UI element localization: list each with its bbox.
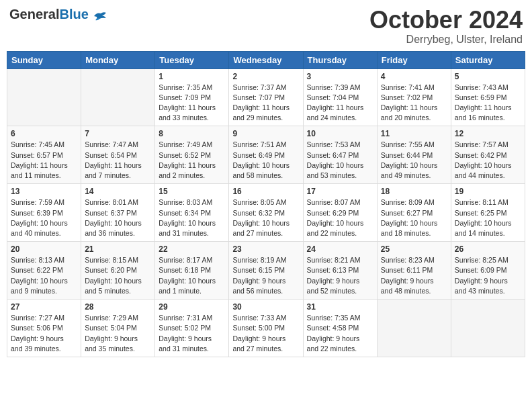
calendar-header-tuesday: Tuesday bbox=[155, 51, 229, 68]
logo-general: General bbox=[9, 7, 59, 21]
day-number: 7 bbox=[85, 129, 151, 138]
day-number: 11 bbox=[381, 129, 447, 138]
calendar-week-row: 6Sunrise: 7:45 AMSunset: 6:57 PMDaylight… bbox=[7, 126, 525, 184]
day-info: Sunrise: 8:05 AMSunset: 6:32 PMDaylight:… bbox=[232, 197, 299, 238]
day-info: Sunrise: 8:25 AMSunset: 6:09 PMDaylight:… bbox=[455, 255, 521, 296]
day-number: 10 bbox=[307, 129, 373, 138]
day-number: 16 bbox=[232, 187, 299, 196]
day-info: Sunrise: 8:11 AMSunset: 6:25 PMDaylight:… bbox=[455, 197, 521, 238]
day-number: 13 bbox=[11, 187, 77, 196]
day-number: 12 bbox=[455, 129, 521, 138]
calendar-week-row: 20Sunrise: 8:13 AMSunset: 6:22 PMDayligh… bbox=[7, 242, 525, 300]
calendar-day-cell: 21Sunrise: 8:15 AMSunset: 6:20 PMDayligh… bbox=[81, 242, 155, 300]
calendar-day-cell: 17Sunrise: 8:07 AMSunset: 6:29 PMDayligh… bbox=[303, 184, 377, 242]
day-info: Sunrise: 7:45 AMSunset: 6:57 PMDaylight:… bbox=[11, 140, 77, 181]
calendar-day-cell: 16Sunrise: 8:05 AMSunset: 6:32 PMDayligh… bbox=[229, 184, 303, 242]
day-number: 26 bbox=[455, 244, 521, 254]
calendar-day-cell: 29Sunrise: 7:31 AMSunset: 5:02 PMDayligh… bbox=[155, 300, 229, 357]
calendar-table: SundayMondayTuesdayWednesdayThursdayFrid… bbox=[7, 51, 525, 357]
day-info: Sunrise: 7:55 AMSunset: 6:44 PMDaylight:… bbox=[381, 140, 447, 181]
day-info: Sunrise: 7:43 AMSunset: 6:59 PMDaylight:… bbox=[455, 83, 521, 124]
day-number: 8 bbox=[159, 129, 225, 138]
day-info: Sunrise: 8:09 AMSunset: 6:27 PMDaylight:… bbox=[381, 197, 447, 238]
calendar-day-cell: 20Sunrise: 8:13 AMSunset: 6:22 PMDayligh… bbox=[7, 242, 81, 300]
calendar-header-friday: Friday bbox=[377, 51, 451, 68]
day-info: Sunrise: 8:17 AMSunset: 6:18 PMDaylight:… bbox=[159, 255, 225, 296]
calendar-day-cell: 9Sunrise: 7:51 AMSunset: 6:49 PMDaylight… bbox=[229, 126, 303, 184]
day-info: Sunrise: 8:21 AMSunset: 6:13 PMDaylight:… bbox=[307, 255, 373, 296]
day-info: Sunrise: 8:13 AMSunset: 6:22 PMDaylight:… bbox=[11, 255, 77, 296]
day-info: Sunrise: 8:07 AMSunset: 6:29 PMDaylight:… bbox=[307, 197, 373, 238]
calendar-header-sunday: Sunday bbox=[7, 51, 81, 68]
day-info: Sunrise: 7:35 AMSunset: 4:58 PMDaylight:… bbox=[307, 313, 373, 354]
day-info: Sunrise: 8:19 AMSunset: 6:15 PMDaylight:… bbox=[232, 255, 299, 296]
day-info: Sunrise: 7:51 AMSunset: 6:49 PMDaylight:… bbox=[232, 140, 299, 181]
day-info: Sunrise: 8:01 AMSunset: 6:37 PMDaylight:… bbox=[85, 197, 151, 238]
day-number: 1 bbox=[159, 72, 225, 81]
calendar-day-cell: 8Sunrise: 7:49 AMSunset: 6:52 PMDaylight… bbox=[155, 126, 229, 184]
day-info: Sunrise: 7:39 AMSunset: 7:04 PMDaylight:… bbox=[307, 83, 373, 124]
calendar-header-wednesday: Wednesday bbox=[229, 51, 303, 68]
calendar-week-row: 1Sunrise: 7:35 AMSunset: 7:09 PMDaylight… bbox=[7, 68, 525, 126]
calendar-day-cell: 6Sunrise: 7:45 AMSunset: 6:57 PMDaylight… bbox=[7, 126, 81, 184]
calendar-header-thursday: Thursday bbox=[303, 51, 377, 68]
day-info: Sunrise: 7:29 AMSunset: 5:04 PMDaylight:… bbox=[85, 313, 151, 354]
calendar-day-cell: 27Sunrise: 7:27 AMSunset: 5:06 PMDayligh… bbox=[7, 300, 81, 357]
day-number: 25 bbox=[381, 244, 447, 254]
day-info: Sunrise: 8:03 AMSunset: 6:34 PMDaylight:… bbox=[159, 197, 225, 238]
day-info: Sunrise: 7:47 AMSunset: 6:54 PMDaylight:… bbox=[85, 140, 151, 181]
calendar-day-cell bbox=[451, 300, 525, 357]
day-number: 28 bbox=[85, 302, 151, 312]
day-info: Sunrise: 7:37 AMSunset: 7:07 PMDaylight:… bbox=[232, 83, 299, 124]
calendar-day-cell: 7Sunrise: 7:47 AMSunset: 6:54 PMDaylight… bbox=[81, 126, 155, 184]
calendar-day-cell: 2Sunrise: 7:37 AMSunset: 7:07 PMDaylight… bbox=[229, 68, 303, 126]
calendar-day-cell: 15Sunrise: 8:03 AMSunset: 6:34 PMDayligh… bbox=[155, 184, 229, 242]
day-number: 3 bbox=[307, 72, 373, 81]
calendar-week-row: 27Sunrise: 7:27 AMSunset: 5:06 PMDayligh… bbox=[7, 300, 525, 357]
calendar-day-cell: 23Sunrise: 8:19 AMSunset: 6:15 PMDayligh… bbox=[229, 242, 303, 300]
day-number: 4 bbox=[381, 72, 447, 81]
calendar-day-cell bbox=[7, 68, 81, 126]
month-title: October 2024 bbox=[369, 7, 523, 34]
calendar-header-row: SundayMondayTuesdayWednesdayThursdayFrid… bbox=[7, 51, 525, 68]
day-number: 20 bbox=[11, 244, 77, 254]
location: Derrybeg, Ulster, Ireland bbox=[369, 34, 523, 46]
day-number: 15 bbox=[159, 187, 225, 196]
calendar-day-cell: 3Sunrise: 7:39 AMSunset: 7:04 PMDaylight… bbox=[303, 68, 377, 126]
calendar-week-row: 13Sunrise: 7:59 AMSunset: 6:39 PMDayligh… bbox=[7, 184, 525, 242]
calendar-day-cell: 19Sunrise: 8:11 AMSunset: 6:25 PMDayligh… bbox=[451, 184, 525, 242]
calendar-day-cell: 22Sunrise: 8:17 AMSunset: 6:18 PMDayligh… bbox=[155, 242, 229, 300]
page-header: GeneralBlue October 2024 Derrybeg, Ulste… bbox=[7, 7, 525, 46]
day-info: Sunrise: 7:53 AMSunset: 6:47 PMDaylight:… bbox=[307, 140, 373, 181]
day-number: 14 bbox=[85, 187, 151, 196]
calendar-day-cell: 30Sunrise: 7:33 AMSunset: 5:00 PMDayligh… bbox=[229, 300, 303, 357]
calendar-day-cell: 5Sunrise: 7:43 AMSunset: 6:59 PMDaylight… bbox=[451, 68, 525, 126]
day-info: Sunrise: 7:33 AMSunset: 5:00 PMDaylight:… bbox=[232, 313, 299, 354]
day-number: 19 bbox=[455, 187, 521, 196]
day-number: 24 bbox=[307, 244, 373, 254]
day-number: 5 bbox=[455, 72, 521, 81]
title-section: October 2024 Derrybeg, Ulster, Ireland bbox=[369, 7, 523, 46]
calendar-day-cell: 12Sunrise: 7:57 AMSunset: 6:42 PMDayligh… bbox=[451, 126, 525, 184]
calendar-day-cell: 14Sunrise: 8:01 AMSunset: 6:37 PMDayligh… bbox=[81, 184, 155, 242]
day-number: 27 bbox=[11, 302, 77, 312]
calendar-day-cell: 25Sunrise: 8:23 AMSunset: 6:11 PMDayligh… bbox=[377, 242, 451, 300]
day-number: 31 bbox=[307, 302, 373, 312]
day-number: 2 bbox=[232, 72, 299, 81]
calendar-day-cell: 24Sunrise: 8:21 AMSunset: 6:13 PMDayligh… bbox=[303, 242, 377, 300]
calendar-header-saturday: Saturday bbox=[451, 51, 525, 68]
day-number: 17 bbox=[307, 187, 373, 196]
day-info: Sunrise: 7:31 AMSunset: 5:02 PMDaylight:… bbox=[159, 313, 225, 354]
day-number: 21 bbox=[85, 244, 151, 254]
day-info: Sunrise: 7:57 AMSunset: 6:42 PMDaylight:… bbox=[455, 140, 521, 181]
day-number: 22 bbox=[159, 244, 225, 254]
calendar-day-cell: 1Sunrise: 7:35 AMSunset: 7:09 PMDaylight… bbox=[155, 68, 229, 126]
calendar-day-cell: 26Sunrise: 8:25 AMSunset: 6:09 PMDayligh… bbox=[451, 242, 525, 300]
day-number: 30 bbox=[232, 302, 299, 312]
calendar-day-cell: 4Sunrise: 7:41 AMSunset: 7:02 PMDaylight… bbox=[377, 68, 451, 126]
day-info: Sunrise: 8:15 AMSunset: 6:20 PMDaylight:… bbox=[85, 255, 151, 296]
day-info: Sunrise: 7:35 AMSunset: 7:09 PMDaylight:… bbox=[159, 83, 225, 124]
day-number: 9 bbox=[232, 129, 299, 138]
day-info: Sunrise: 7:41 AMSunset: 7:02 PMDaylight:… bbox=[381, 83, 447, 124]
day-number: 29 bbox=[159, 302, 225, 312]
